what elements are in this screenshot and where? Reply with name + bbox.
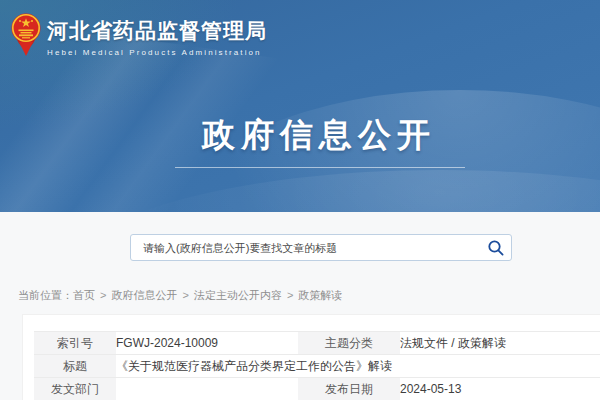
breadcrumb-item-gov-info[interactable]: 政府信息公开 [111, 289, 177, 301]
search-input[interactable] [131, 242, 481, 254]
national-emblem-icon [10, 12, 42, 58]
breadcrumb-item-home[interactable]: 首页 [73, 289, 95, 301]
breadcrumb-separator: > [100, 289, 106, 301]
breadcrumb-label: 当前位置： [18, 289, 73, 301]
banner-underline [175, 167, 465, 168]
search-button[interactable] [481, 235, 511, 260]
table-row: 标题 《关于规范医疗器械产品分类界定工作的公告》解读 [34, 355, 600, 378]
search-bar [130, 234, 512, 261]
agency-name: 河北省药品监督管理局 [47, 20, 267, 41]
index-number-value: FGWJ-2024-10009 [116, 332, 298, 355]
issuing-department-value [116, 378, 298, 400]
breadcrumb-item-policy-interpretation[interactable]: 政策解读 [298, 289, 342, 301]
title-value: 《关于规范医疗器械产品分类界定工作的公告》解读 [116, 355, 600, 378]
topic-category-value: 法规文件 / 政策解读 [400, 332, 600, 355]
table-row: 索引号 FGWJ-2024-10009 主题分类 法规文件 / 政策解读 [34, 332, 600, 355]
issuing-department-label: 发文部门 [34, 378, 116, 400]
document-info-table: 索引号 FGWJ-2024-10009 主题分类 法规文件 / 政策解读 标题 … [34, 331, 600, 400]
agency-name-english: Hebei Medical Products Administration [47, 48, 267, 57]
breadcrumb-separator: > [182, 289, 188, 301]
breadcrumb-item-statutory-disclosure[interactable]: 法定主动公开内容 [194, 289, 282, 301]
search-icon [487, 239, 505, 257]
publish-date-value: 2024-05-13 [400, 378, 600, 400]
title-label: 标题 [34, 355, 116, 378]
page-banner-title: 政府信息公开 [0, 118, 600, 151]
publish-date-label: 发布日期 [298, 378, 400, 400]
site-title-block: 河北省药品监督管理局 Hebei Medical Products Admini… [47, 12, 267, 57]
site-logo[interactable]: 河北省药品监督管理局 Hebei Medical Products Admini… [10, 12, 267, 58]
document-info-card: 索引号 FGWJ-2024-10009 主题分类 法规文件 / 政策解读 标题 … [22, 314, 600, 400]
table-row: 发文部门 发布日期 2024-05-13 [34, 378, 600, 400]
breadcrumb-separator: > [287, 289, 293, 301]
site-header: 河北省药品监督管理局 Hebei Medical Products Admini… [0, 0, 600, 212]
topic-category-label: 主题分类 [298, 332, 400, 355]
index-number-label: 索引号 [34, 332, 116, 355]
breadcrumb: 当前位置：首页>政府信息公开>法定主动公开内容>政策解读 [18, 287, 342, 303]
